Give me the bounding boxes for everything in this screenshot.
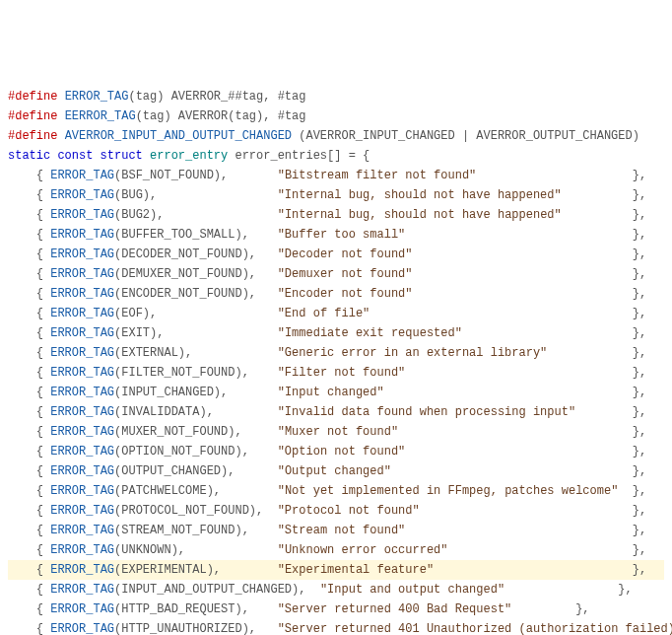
entry-arg: HTTP_UNAUTHORIZED (121, 622, 241, 635)
entry-msg: "Input changed" (278, 386, 384, 399)
entry-msg: "End of file" (278, 307, 370, 320)
entry-msg: "Encoder not found" (278, 287, 413, 301)
macro-params: (tag) (128, 90, 164, 104)
define-line: #define ERROR_TAG(tag) AVERROR_##tag, #t… (8, 87, 664, 106)
entry-msg: "Demuxer not found" (278, 267, 413, 281)
entry-arg: OUTPUT_CHANGED (121, 464, 221, 478)
entry-arg: PATCHWELCOME (121, 484, 206, 498)
entry-msg: "Protocol not found" (278, 504, 420, 518)
macro-name: ERROR_TAG (65, 90, 129, 104)
entry-arg: MUXER_NOT_FOUND (121, 425, 228, 439)
entry-msg: "Filter not found" (278, 366, 406, 380)
entry-msg: "Immediate exit requested" (278, 326, 462, 340)
entry-line: { ERROR_TAG(UNKNOWN), "Unknown error occ… (8, 540, 664, 560)
entry-line: { ERROR_TAG(MUXER_NOT_FOUND), "Muxer not… (8, 422, 664, 442)
entry-line: { ERROR_TAG(BSF_NOT_FOUND), "Bitstream f… (8, 166, 664, 185)
macro-call: ERROR_TAG (50, 169, 114, 182)
entry-arg: PROTOCOL_NOT_FOUND (121, 504, 249, 518)
entry-arg: HTTP_BAD_REQUEST (121, 602, 235, 616)
keyword-define: #define (8, 90, 57, 104)
type-name: error_entry (150, 149, 228, 163)
entry-line: { ERROR_TAG(OUTPUT_CHANGED), "Output cha… (8, 461, 664, 481)
entry-arg: STREAM_NOT_FOUND (121, 524, 235, 537)
entry-arg: INPUT_AND_OUTPUT_CHANGED (121, 583, 292, 597)
entry-line: { ERROR_TAG(INPUT_CHANGED), "Input chang… (8, 383, 664, 402)
entry-msg: "Stream not found" (278, 524, 406, 537)
entry-line: { ERROR_TAG(DECODER_NOT_FOUND), "Decoder… (8, 245, 664, 264)
macro-body: AVERROR_##tag, #tag (164, 90, 305, 104)
macro-body: (AVERROR_INPUT_CHANGED | AVERROR_OUTPUT_… (292, 129, 639, 143)
macro-body: AVERROR(tag), #tag (171, 109, 306, 123)
macro-call: ERROR_TAG (50, 563, 114, 577)
entry-arg: UNKNOWN (121, 543, 170, 557)
define-line: #define AVERROR_INPUT_AND_OUTPUT_CHANGED… (8, 126, 664, 146)
entry-line: { ERROR_TAG(FILTER_NOT_FOUND), "Filter n… (8, 363, 664, 383)
macro-params: (tag) (136, 109, 171, 123)
macro-call: ERROR_TAG (50, 445, 114, 459)
entry-arg: ENCODER_NOT_FOUND (121, 287, 241, 301)
entry-arg: INPUT_CHANGED (121, 386, 214, 399)
entry-arg: EXPERIMENTAL (121, 563, 206, 577)
macro-name: AVERROR_INPUT_AND_OUTPUT_CHANGED (65, 129, 292, 143)
macro-call: ERROR_TAG (50, 464, 114, 478)
macro-call: ERROR_TAG (50, 228, 114, 242)
entry-line: { ERROR_TAG(EXTERNAL), "Generic error in… (8, 343, 664, 363)
macro-call: ERROR_TAG (50, 188, 114, 202)
entry-line: { ERROR_TAG(PROTOCOL_NOT_FOUND), "Protoc… (8, 501, 664, 521)
entry-arg: BUG2 (121, 208, 150, 222)
entry-line: { ERROR_TAG(OPTION_NOT_FOUND), "Option n… (8, 442, 664, 461)
entry-line: { ERROR_TAG(DEMUXER_NOT_FOUND), "Demuxer… (8, 264, 664, 284)
macro-call: ERROR_TAG (50, 504, 114, 518)
entry-line: { ERROR_TAG(HTTP_BAD_REQUEST), "Server r… (8, 600, 664, 619)
entry-line: { ERROR_TAG(BUG2), "Internal bug, should… (8, 205, 664, 225)
entry-msg: "Unknown error occurred" (278, 543, 448, 557)
entry-msg: "Server returned 401 Unauthorized (autho… (278, 622, 672, 635)
entry-msg: "Experimental feature" (278, 563, 434, 577)
entry-line: { ERROR_TAG(EXIT), "Immediate exit reque… (8, 323, 664, 343)
entry-arg: EXTERNAL (121, 346, 178, 360)
macro-call: ERROR_TAG (50, 622, 114, 635)
macro-call: ERROR_TAG (50, 524, 114, 537)
entry-msg: "Server returned 400 Bad Request" (278, 602, 512, 616)
macro-call: ERROR_TAG (50, 366, 114, 380)
entry-arg: FILTER_NOT_FOUND (121, 366, 235, 380)
macro-call: ERROR_TAG (50, 602, 114, 616)
entry-line: { ERROR_TAG(ENCODER_NOT_FOUND), "Encoder… (8, 284, 664, 304)
entry-line: { ERROR_TAG(EXPERIMENTAL), "Experimental… (8, 560, 664, 580)
macro-call: ERROR_TAG (50, 386, 114, 399)
macro-call: ERROR_TAG (50, 346, 114, 360)
entry-line: { ERROR_TAG(HTTP_UNAUTHORIZED), "Server … (8, 619, 664, 635)
entry-msg: "Bitstream filter not found" (278, 169, 477, 182)
entry-arg: EXIT (121, 326, 150, 340)
macro-call: ERROR_TAG (50, 247, 114, 261)
entry-arg: BSF_NOT_FOUND (121, 169, 214, 182)
macro-call: ERROR_TAG (50, 405, 114, 419)
code-listing: #define ERROR_TAG(tag) AVERROR_##tag, #t… (8, 87, 664, 635)
entry-line: { ERROR_TAG(INVALIDDATA), "Invalid data … (8, 402, 664, 422)
entry-arg: BUFFER_TOO_SMALL (121, 228, 235, 242)
array-decl: static const struct error_entry error_en… (8, 146, 664, 166)
macro-call: ERROR_TAG (50, 543, 114, 557)
entry-msg: "Output changed" (278, 464, 391, 478)
entry-msg: "Input and output changed" (320, 583, 504, 597)
entry-msg: "Buffer too small" (278, 228, 406, 242)
entry-msg: "Internal bug, should not have happened" (278, 208, 562, 222)
entry-msg: "Internal bug, should not have happened" (278, 188, 562, 202)
macro-call: ERROR_TAG (50, 307, 114, 320)
macro-call: ERROR_TAG (50, 287, 114, 301)
keyword-static-const-struct: static const struct (8, 149, 143, 163)
entry-line: { ERROR_TAG(BUG), "Internal bug, should … (8, 185, 664, 205)
macro-call: ERROR_TAG (50, 267, 114, 281)
keyword-define: #define (8, 129, 57, 143)
entry-arg: DEMUXER_NOT_FOUND (121, 267, 241, 281)
entry-msg: "Generic error in an external library" (278, 346, 548, 360)
entry-arg: BUG (121, 188, 143, 202)
entry-line: { ERROR_TAG(INPUT_AND_OUTPUT_CHANGED), "… (8, 580, 664, 600)
entry-arg: INVALIDDATA (121, 405, 199, 419)
macro-call: ERROR_TAG (50, 326, 114, 340)
decl-rest: error_entries[] = { (228, 149, 370, 163)
define-line: #define EERROR_TAG(tag) AVERROR(tag), #t… (8, 106, 664, 126)
keyword-define: #define (8, 109, 57, 123)
entry-arg: DECODER_NOT_FOUND (121, 247, 241, 261)
macro-call: ERROR_TAG (50, 208, 114, 222)
